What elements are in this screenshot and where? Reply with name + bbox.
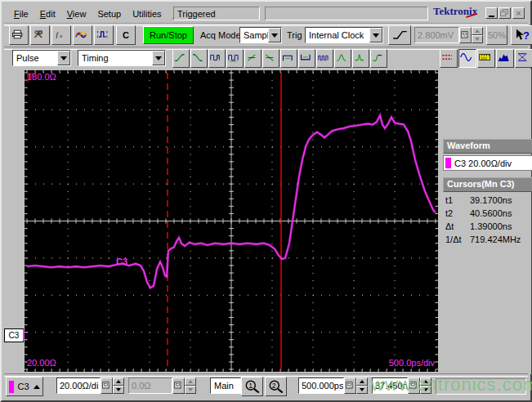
trig-level-spinner[interactable]: 2.800mV — [414, 27, 483, 43]
meas-category-arrow[interactable] — [152, 51, 165, 65]
keypad-icon-button[interactable] — [459, 27, 472, 43]
spin-down-button[interactable] — [185, 386, 196, 394]
cursor-row: t139.1700ns — [442, 194, 532, 207]
keypad-icon-button[interactable] — [408, 377, 420, 394]
spin-up-button[interactable] — [472, 27, 483, 35]
meas-category-value: Timing — [78, 51, 152, 65]
wave-colors-button[interactable] — [73, 25, 92, 45]
meas-source-arrow[interactable] — [57, 51, 70, 65]
spin-up-button[interactable] — [356, 377, 368, 386]
waveform-view-button[interactable] — [458, 49, 476, 68]
spin-up-button[interactable] — [420, 377, 431, 386]
histogram-icon — [498, 52, 512, 65]
meas-frequency-button[interactable]: F — [208, 49, 226, 68]
meas-neg-overshoot-button[interactable] — [352, 49, 369, 68]
spin-down-button[interactable] — [420, 386, 431, 394]
arrow-down-icon — [475, 38, 480, 41]
run-stop-button[interactable]: Run/Stop — [143, 26, 194, 44]
spin-down-button[interactable] — [472, 35, 483, 43]
cursors-button[interactable] — [440, 49, 458, 68]
meas-category-select[interactable]: Timing — [78, 50, 166, 66]
waveform-list-item[interactable]: C3 20.00Ω/div — [443, 155, 532, 171]
acq-mode-select[interactable]: Sample — [239, 27, 282, 43]
meas-settling-button[interactable] — [370, 49, 387, 68]
spin-up-button[interactable] — [113, 377, 124, 386]
menu-bar-items: FileEditViewSetupUtilitiesHelp — [8, 7, 197, 20]
timebase-mode-box[interactable]: Main — [210, 377, 241, 394]
help-cursor-icon: ? — [514, 28, 530, 42]
meas-source-select[interactable]: Pulse — [12, 50, 71, 66]
menu-edit[interactable]: Edit — [34, 7, 61, 20]
spin-up-button[interactable] — [185, 377, 196, 386]
wave-colors-icon — [75, 29, 90, 42]
pos-crossing-icon — [246, 53, 260, 65]
meas-pos-overshoot-button[interactable] — [334, 49, 351, 68]
printer-button[interactable] — [9, 25, 29, 45]
menu-setup[interactable]: Setup — [92, 7, 127, 20]
vertical-offset-spinner[interactable]: 0.0Ω — [128, 377, 196, 394]
trigger-status-text: Triggered — [177, 9, 216, 19]
period-icon — [228, 53, 242, 65]
spin-down-button[interactable] — [356, 386, 368, 394]
keypad-icon-button[interactable] — [172, 377, 185, 394]
channel-ground-marker[interactable]: C3 — [4, 328, 24, 342]
cursor-row-value: 40.5600ns — [470, 208, 512, 218]
waveform-item-label: C3 20.00Ω/div — [454, 159, 512, 168]
meas-pos-width-button[interactable] — [280, 49, 297, 68]
keypad-icon-button[interactable] — [101, 377, 113, 394]
trig-source-arrow[interactable] — [369, 28, 382, 42]
arrow-down-icon — [423, 388, 428, 391]
svg-text:x: x — [59, 32, 62, 38]
acq-mode-value: Sample — [240, 28, 268, 42]
tektronix-logo: Tektronix — [433, 5, 484, 18]
graticule-svg — [25, 70, 438, 372]
acq-mode-arrow[interactable] — [268, 28, 281, 42]
ground-marker-label: C3 — [9, 331, 20, 340]
context-help-button[interactable]: ? — [511, 25, 532, 45]
restore-button[interactable] — [498, 7, 511, 19]
pulse-select-icon — [96, 29, 111, 42]
zoom1-button[interactable]: 1 — [241, 377, 263, 396]
menu-utilities[interactable]: Utilities — [127, 7, 167, 20]
meas-fall-time-button[interactable] — [190, 49, 208, 68]
chevron-down-icon — [373, 34, 379, 38]
cursor-row-label: t2 — [445, 208, 470, 218]
minimize-button[interactable] — [485, 7, 498, 19]
meas-neg-crossing-button[interactable] — [262, 49, 279, 68]
meas-rise-time-button[interactable] — [172, 49, 190, 68]
math-fx-button[interactable]: fx — [51, 25, 71, 45]
cursors-panel-header: Cursors(Mn C3) — [443, 177, 532, 192]
set-50-button[interactable]: 50% — [486, 25, 507, 45]
channel-select-button[interactable]: C3 — [6, 377, 43, 396]
rise-time-icon — [174, 53, 188, 65]
menu-file[interactable]: File — [8, 7, 34, 20]
spin-down-button[interactable] — [113, 386, 124, 394]
trig-slope-button[interactable] — [388, 25, 411, 45]
meas-pos-crossing-button[interactable] — [244, 49, 262, 68]
trig-source-select[interactable]: Internal Clock — [305, 27, 383, 43]
horizontal-scale-spinner[interactable]: 500.000ps — [298, 377, 368, 394]
neg-crossing-icon — [264, 53, 278, 65]
pos-overshoot-icon — [336, 53, 350, 65]
histogram-button[interactable] — [496, 49, 514, 68]
setup-tools-button[interactable] — [30, 25, 50, 45]
close-button[interactable]: × — [512, 7, 525, 19]
waveform-plot[interactable]: 180.0Ω 20.00Ω 500.0ps/div C3 — [25, 70, 438, 372]
clear-button-label: C — [123, 30, 129, 40]
pulse-select-button[interactable] — [94, 25, 114, 45]
horizontal-position-spinner[interactable]: 37.450n — [372, 377, 431, 394]
menu-view[interactable]: View — [61, 7, 92, 20]
keypad-icon — [102, 381, 111, 391]
clear-button[interactable]: C — [116, 25, 136, 45]
keypad-icon-button[interactable] — [344, 377, 356, 394]
readout-button[interactable]: 123 — [477, 49, 495, 68]
meas-neg-width-button[interactable] — [298, 49, 315, 68]
vertical-scale-spinner[interactable]: 20.00Ω/di — [56, 377, 124, 394]
readout-panel: Waveform C3 20.00Ω/div Cursors(Mn C3) t1… — [442, 137, 532, 402]
meas-period-button[interactable] — [226, 49, 244, 68]
setup-tools-icon — [33, 29, 47, 42]
meas-burst-width-button[interactable] — [316, 49, 333, 68]
eye-diagram-button[interactable] — [515, 49, 532, 68]
zoom2-button[interactable]: 2 — [265, 377, 287, 396]
timebase-mode-label: Main — [214, 381, 234, 391]
